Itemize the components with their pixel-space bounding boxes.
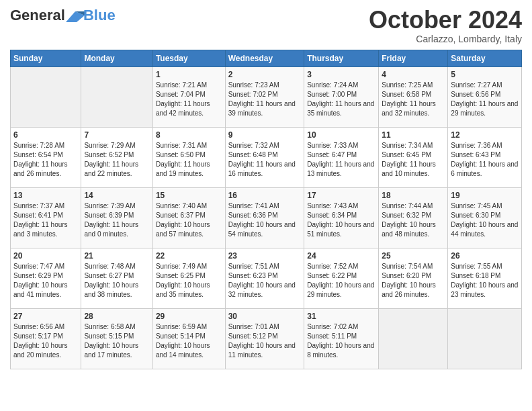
daylight: Daylight: 11 hours and 35 minutes.: [307, 100, 374, 117]
day-number: 17: [307, 191, 375, 200]
sunrise: Sunrise: 7:40 AM: [156, 202, 207, 210]
calendar-cell: 27 Sunrise: 6:56 AM Sunset: 5:17 PM Dayl…: [11, 308, 81, 369]
sunrise: Sunrise: 7:32 AM: [228, 142, 279, 149]
sunrise: Sunrise: 7:29 AM: [84, 142, 135, 149]
sunset: Sunset: 5:14 PM: [156, 332, 206, 340]
sunrise: Sunrise: 7:55 AM: [451, 263, 502, 270]
sunset: Sunset: 6:29 PM: [13, 272, 63, 279]
sunrise: Sunrise: 6:56 AM: [13, 323, 64, 330]
calendar-body: 1 Sunrise: 7:21 AM Sunset: 7:04 PM Dayli…: [11, 66, 522, 369]
daylight: Daylight: 10 hours and 29 minutes.: [307, 281, 374, 298]
sunset: Sunset: 6:37 PM: [156, 212, 206, 219]
daylight: Daylight: 11 hours and 3 minutes.: [13, 221, 68, 238]
daylight: Daylight: 10 hours and 51 minutes.: [307, 221, 374, 238]
daylight: Daylight: 10 hours and 38 minutes.: [84, 281, 138, 298]
sunrise: Sunrise: 7:34 AM: [382, 142, 433, 149]
title-block: October 2024 Carlazzo, Lombardy, Italy: [369, 7, 522, 44]
daylight: Daylight: 10 hours and 17 minutes.: [84, 342, 138, 359]
day-number: 30: [228, 312, 302, 321]
day-number: 16: [228, 191, 302, 200]
sunset: Sunset: 6:27 PM: [84, 272, 134, 279]
day-info: Sunrise: 7:31 AM Sunset: 6:50 PM Dayligh…: [156, 141, 222, 179]
day-number: 13: [13, 191, 78, 200]
day-number: 4: [382, 70, 445, 79]
day-info: Sunrise: 7:34 AM Sunset: 6:45 PM Dayligh…: [382, 141, 445, 179]
logo-icon: [66, 10, 85, 24]
day-info: Sunrise: 7:29 AM Sunset: 6:52 PM Dayligh…: [84, 141, 149, 179]
daylight: Daylight: 11 hours and 22 minutes.: [84, 161, 138, 177]
day-number: 31: [307, 312, 375, 321]
daylight: Daylight: 10 hours and 35 minutes.: [156, 281, 210, 298]
day-number: 22: [156, 251, 222, 261]
daylight: Daylight: 10 hours and 48 minutes.: [382, 221, 436, 238]
day-info: Sunrise: 6:58 AM Sunset: 5:15 PM Dayligh…: [84, 322, 149, 360]
calendar-cell: 11 Sunrise: 7:34 AM Sunset: 6:45 PM Dayl…: [379, 127, 448, 187]
calendar-header-row: SundayMondayTuesdayWednesdayThursdayFrid…: [11, 50, 522, 66]
sunrise: Sunrise: 7:39 AM: [84, 202, 135, 210]
month-title: October 2024: [369, 7, 522, 34]
day-number: 24: [307, 251, 375, 261]
day-number: 20: [13, 251, 78, 261]
sunset: Sunset: 6:34 PM: [307, 212, 357, 219]
calendar-cell: 17 Sunrise: 7:43 AM Sunset: 6:34 PM Dayl…: [304, 187, 379, 248]
day-number: 19: [451, 191, 519, 200]
day-number: 21: [84, 251, 149, 261]
sunset: Sunset: 6:18 PM: [451, 272, 500, 279]
calendar-cell: [448, 308, 522, 369]
daylight: Daylight: 10 hours and 14 minutes.: [156, 342, 210, 359]
daylight: Daylight: 10 hours and 26 minutes.: [382, 281, 436, 298]
sunset: Sunset: 6:22 PM: [307, 272, 357, 279]
day-number: 18: [382, 191, 445, 200]
calendar-cell: 26 Sunrise: 7:55 AM Sunset: 6:18 PM Dayl…: [448, 248, 522, 308]
day-number: 25: [382, 251, 445, 261]
calendar-cell: [379, 308, 448, 369]
calendar-cell: 7 Sunrise: 7:29 AM Sunset: 6:52 PM Dayli…: [81, 127, 152, 187]
sunset: Sunset: 5:15 PM: [84, 332, 134, 340]
sunrise: Sunrise: 7:24 AM: [307, 81, 358, 89]
day-number: 26: [451, 251, 519, 261]
daylight: Daylight: 11 hours and 39 minutes.: [228, 100, 296, 117]
day-info: Sunrise: 7:49 AM Sunset: 6:25 PM Dayligh…: [156, 262, 222, 300]
day-number: 5: [451, 70, 519, 79]
day-info: Sunrise: 7:24 AM Sunset: 7:00 PM Dayligh…: [307, 81, 375, 118]
day-info: Sunrise: 7:27 AM Sunset: 6:56 PM Dayligh…: [451, 81, 519, 118]
calendar-week-row: 1 Sunrise: 7:21 AM Sunset: 7:04 PM Dayli…: [11, 66, 522, 127]
day-info: Sunrise: 7:25 AM Sunset: 6:58 PM Dayligh…: [382, 81, 445, 118]
sunrise: Sunrise: 7:27 AM: [451, 81, 502, 89]
sunset: Sunset: 6:30 PM: [451, 212, 500, 219]
sunset: Sunset: 6:58 PM: [382, 91, 431, 98]
sunset: Sunset: 6:25 PM: [156, 272, 206, 279]
day-info: Sunrise: 7:28 AM Sunset: 6:54 PM Dayligh…: [13, 141, 78, 179]
day-number: 1: [156, 70, 222, 79]
day-info: Sunrise: 7:23 AM Sunset: 7:02 PM Dayligh…: [228, 81, 302, 118]
calendar-cell: 9 Sunrise: 7:32 AM Sunset: 6:48 PM Dayli…: [225, 127, 304, 187]
daylight: Daylight: 11 hours and 26 minutes.: [13, 161, 68, 177]
day-info: Sunrise: 7:55 AM Sunset: 6:18 PM Dayligh…: [451, 262, 519, 300]
sunrise: Sunrise: 7:45 AM: [451, 202, 502, 210]
calendar-cell: 21 Sunrise: 7:48 AM Sunset: 6:27 PM Dayl…: [81, 248, 152, 308]
sunset: Sunset: 5:12 PM: [228, 332, 278, 340]
day-header-tuesday: Tuesday: [152, 50, 225, 66]
day-info: Sunrise: 7:36 AM Sunset: 6:43 PM Dayligh…: [451, 141, 519, 179]
sunrise: Sunrise: 7:47 AM: [13, 263, 64, 270]
sunrise: Sunrise: 7:51 AM: [228, 263, 279, 270]
calendar-cell: 8 Sunrise: 7:31 AM Sunset: 6:50 PM Dayli…: [152, 127, 225, 187]
day-info: Sunrise: 6:56 AM Sunset: 5:17 PM Dayligh…: [13, 322, 78, 360]
sunrise: Sunrise: 7:41 AM: [228, 202, 279, 210]
sunset: Sunset: 7:04 PM: [156, 91, 206, 98]
day-number: 8: [156, 130, 222, 140]
day-info: Sunrise: 7:52 AM Sunset: 6:22 PM Dayligh…: [307, 262, 375, 300]
sunset: Sunset: 5:11 PM: [307, 332, 357, 340]
calendar-cell: 12 Sunrise: 7:36 AM Sunset: 6:43 PM Dayl…: [448, 127, 522, 187]
calendar-cell: 2 Sunrise: 7:23 AM Sunset: 7:02 PM Dayli…: [225, 66, 304, 127]
day-info: Sunrise: 7:51 AM Sunset: 6:23 PM Dayligh…: [228, 262, 302, 300]
calendar-cell: 30 Sunrise: 7:01 AM Sunset: 5:12 PM Dayl…: [225, 308, 304, 369]
calendar-cell: 13 Sunrise: 7:37 AM Sunset: 6:41 PM Dayl…: [11, 187, 81, 248]
sunrise: Sunrise: 7:02 AM: [307, 323, 358, 330]
day-number: 6: [13, 130, 78, 140]
day-info: Sunrise: 7:33 AM Sunset: 6:47 PM Dayligh…: [307, 141, 375, 179]
calendar-cell: 6 Sunrise: 7:28 AM Sunset: 6:54 PM Dayli…: [11, 127, 81, 187]
daylight: Daylight: 10 hours and 23 minutes.: [451, 281, 518, 298]
day-number: 29: [156, 312, 222, 321]
logo: General Blue: [10, 7, 116, 24]
